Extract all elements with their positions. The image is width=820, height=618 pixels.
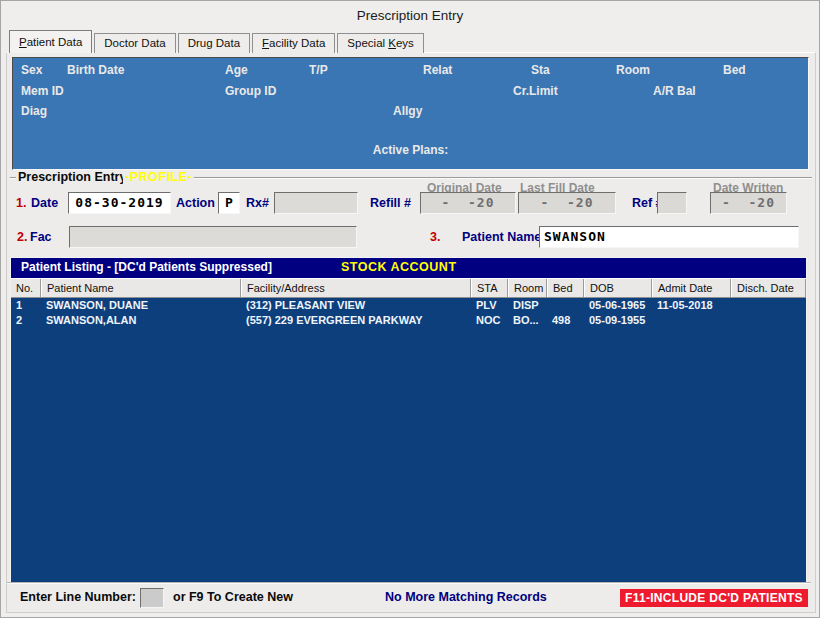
tp-label: T/P	[309, 63, 328, 77]
listing-column-header: No. Patient Name Facility/Address STA Ro…	[11, 278, 806, 298]
tab-special-keys[interactable]: Special Keys	[337, 33, 424, 53]
app-window: Prescription Entry Patient Data Doctor D…	[0, 0, 820, 618]
sta-label: Sta	[531, 63, 550, 77]
sex-label: Sex	[21, 63, 42, 77]
cr-limit-label: Cr.Limit	[513, 84, 558, 98]
no-more-records-status: No More Matching Records	[385, 590, 547, 604]
patient-listing-title: Patient Listing - [DC'd Patients Suppres…	[21, 260, 272, 274]
refill-number-label: Refill #	[370, 196, 411, 210]
prescription-entry-group-label: Prescription Entry	[16, 170, 131, 184]
tab-doctor-data[interactable]: Doctor Data	[94, 33, 175, 53]
birth-date-label: Birth Date	[67, 63, 124, 77]
rx-number-input[interactable]	[274, 192, 358, 214]
listing-body: 1 SWANSON, DUANE (312) PLEASANT VIEW PLV…	[11, 298, 806, 582]
patient-row-1[interactable]: 1 SWANSON, DUANE (312) PLEASANT VIEW PLV…	[11, 298, 806, 313]
col-sta: STA	[471, 279, 508, 297]
col-dob: DOB	[584, 279, 652, 297]
patient-demographics-panel: Sex Birth Date Age T/P Relat Sta Room Be…	[12, 57, 809, 170]
rx-number-label: Rx#	[246, 196, 269, 210]
diag-label: Diag	[21, 104, 47, 118]
original-date-field: - -20	[420, 192, 516, 214]
line-number-input[interactable]	[140, 588, 164, 608]
field3-number: 3.	[430, 230, 440, 244]
f9-create-new-label: or F9 To Create New	[173, 590, 293, 604]
tab-drug-data[interactable]: Drug Data	[178, 33, 250, 53]
patient-name-label: Patient Name	[462, 230, 541, 244]
last-fill-date-field: - -20	[518, 192, 616, 214]
tab-strip: Patient Data Doctor Data Drug Data Facil…	[9, 30, 426, 53]
relat-label: Relat	[423, 63, 452, 77]
window-title: Prescription Entry	[1, 1, 819, 29]
f11-include-dcd-patients-badge: F11-INCLUDE DC'D PATIENTS	[620, 589, 808, 607]
date-written-field: - -20	[710, 192, 787, 214]
ar-bal-label: A/R Bal	[653, 84, 696, 98]
group-id-label: Group ID	[225, 84, 276, 98]
patient-listing-header: Patient Listing - [DC'd Patients Suppres…	[11, 258, 806, 278]
date-label: Date	[31, 196, 58, 210]
field1-number: 1.	[16, 196, 26, 210]
col-name: Patient Name	[41, 279, 241, 297]
field2-number: 2.	[17, 230, 27, 244]
stock-account-badge: STOCK ACCOUNT	[341, 260, 457, 274]
col-admit: Admit Date	[652, 279, 731, 297]
action-input[interactable]: P	[218, 192, 240, 214]
room-label: Room	[616, 63, 650, 77]
mem-id-label: Mem ID	[21, 84, 64, 98]
patient-listing-panel: Patient Listing - [DC'd Patients Suppres…	[10, 257, 807, 583]
footer-bar: Enter Line Number: or F9 To Create New N…	[7, 584, 815, 612]
tab-facility-data[interactable]: Facility Data	[252, 33, 335, 53]
col-bed: Bed	[547, 279, 584, 297]
profile-mode-label: -PROFILE-	[123, 170, 194, 184]
fac-input[interactable]	[69, 226, 357, 248]
allgy-label: Allgy	[393, 104, 422, 118]
age-label: Age	[225, 63, 248, 77]
tab-patient-data[interactable]: Patient Data	[9, 30, 92, 53]
enter-line-number-label: Enter Line Number:	[20, 590, 136, 604]
col-disch: Disch. Date	[731, 279, 806, 297]
patient-data-page: Sex Birth Date Age T/P Relat Sta Room Be…	[6, 52, 816, 613]
fac-label: Fac	[30, 230, 52, 244]
action-label: Action	[176, 196, 215, 210]
date-input[interactable]: 08-30-2019	[68, 192, 171, 214]
patient-row-2[interactable]: 2 SWANSON,ALAN (557) 229 EVERGREEN PARKW…	[11, 313, 806, 328]
col-room: Room	[508, 279, 547, 297]
active-plans-label: Active Plans:	[13, 143, 808, 157]
patient-name-input[interactable]: SWANSON	[539, 226, 799, 248]
bed-label: Bed	[723, 63, 746, 77]
col-facility: Facility/Address	[241, 279, 471, 297]
ref-number-input[interactable]	[657, 192, 687, 214]
col-no: No.	[11, 279, 41, 297]
